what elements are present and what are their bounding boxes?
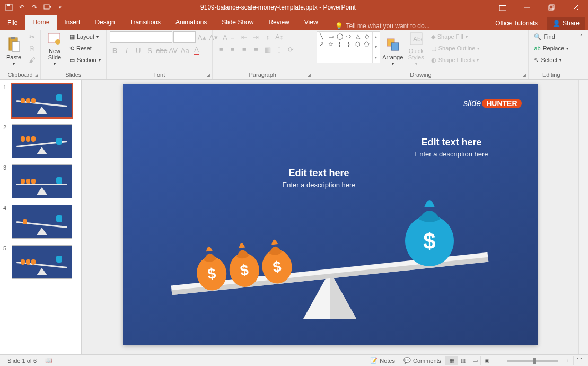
shape-line-icon[interactable]: ╲ — [318, 33, 326, 39]
tell-me-search[interactable]: 💡 Tell me what you want to do... — [326, 22, 490, 30]
decrease-indent-icon[interactable]: ⇤ — [239, 31, 250, 42]
paste-button[interactable]: Paste▾ — [3, 31, 24, 66]
zoom-out-icon[interactable]: − — [492, 355, 504, 367]
line-spacing-icon[interactable]: ↕ — [262, 31, 273, 42]
tab-design[interactable]: Design — [87, 15, 122, 30]
bold-icon[interactable]: B — [110, 45, 120, 56]
quick-styles-button[interactable]: Abc Quick Styles▾ — [406, 31, 427, 66]
format-painter-icon[interactable]: 🖌 — [27, 55, 37, 65]
shape-arrow-icon[interactable]: ⇨ — [345, 33, 353, 39]
sorter-view-icon[interactable]: ▥ — [457, 356, 469, 365]
normal-view-icon[interactable]: ▦ — [445, 356, 457, 365]
collapse-ribbon-icon[interactable]: ˄ — [576, 32, 586, 42]
shape-outline-button[interactable]: ▢Shape Outline ▾ — [429, 43, 482, 54]
gallery-scroll[interactable]: ▴▾▾ — [372, 32, 380, 63]
section-button[interactable]: ▭Section ▾ — [67, 55, 103, 65]
numbering-icon[interactable]: ≡ — [227, 31, 238, 42]
slide-thumbnail-1[interactable] — [12, 84, 72, 118]
new-slide-button[interactable]: New Slide▾ — [44, 31, 65, 66]
zoom-in-icon[interactable]: + — [561, 355, 573, 367]
font-dialog-launcher-icon[interactable]: ◢ — [206, 73, 210, 78]
restore-icon[interactable] — [539, 0, 564, 15]
slide-thumbnail-2[interactable] — [12, 124, 72, 158]
fit-to-window-icon[interactable]: ⛶ — [573, 356, 585, 365]
reset-button[interactable]: ⟲Reset — [67, 43, 103, 54]
shape-effects-button[interactable]: ◐Shape Effects ▾ — [429, 55, 482, 65]
office-tutorials-link[interactable]: Office Tutorials — [490, 18, 543, 29]
qat-customize-icon[interactable]: ▾ — [54, 2, 66, 13]
slideshow-view-icon[interactable]: ▣ — [480, 356, 492, 365]
slide-thumbnail-5[interactable] — [12, 245, 72, 279]
align-left-icon[interactable]: ≡ — [216, 44, 226, 55]
save-icon[interactable] — [3, 2, 15, 13]
change-case-icon[interactable]: Aa — [180, 45, 190, 56]
slide-thumbnails-panel[interactable]: 1 2 3 4 5 — [0, 80, 82, 354]
slide-counter[interactable]: Slide 1 of 6 — [3, 355, 41, 367]
font-family-combo[interactable] — [110, 31, 172, 43]
increase-indent-icon[interactable]: ⇥ — [251, 31, 261, 42]
redo-icon[interactable]: ↷ — [29, 2, 40, 13]
reading-view-icon[interactable]: ▭ — [469, 356, 480, 365]
shape-pentagon-icon[interactable]: ⬠ — [363, 41, 371, 47]
bullets-icon[interactable]: ≣ — [216, 31, 226, 42]
cut-icon[interactable]: ✂ — [27, 31, 37, 42]
start-from-beginning-icon[interactable] — [41, 2, 53, 13]
font-size-combo[interactable] — [173, 31, 196, 43]
align-text-icon[interactable]: ▯ — [274, 44, 285, 55]
minimize-icon[interactable] — [515, 0, 539, 15]
slide-canvas-area[interactable]: slide HUNTER Edit text here Enter a desc… — [82, 80, 578, 354]
slide-thumbnail-4[interactable] — [12, 205, 72, 239]
shape-callout-icon[interactable]: ◇ — [363, 33, 371, 39]
tab-transitions[interactable]: Transitions — [122, 15, 168, 30]
select-button[interactable]: ↖Select ▾ — [532, 55, 571, 65]
shape-fill-button[interactable]: ◆Shape Fill ▾ — [429, 31, 482, 42]
share-button[interactable]: 👤 Share — [547, 17, 585, 30]
shape-connector-icon[interactable]: ↗ — [318, 41, 326, 47]
strikethrough-icon[interactable]: abc — [156, 45, 167, 56]
justify-icon[interactable]: ≡ — [251, 44, 261, 55]
copy-icon[interactable]: ⎘ — [27, 43, 37, 54]
arrange-button[interactable]: Arrange▾ — [382, 31, 403, 66]
shape-oval-icon[interactable]: ◯ — [336, 33, 344, 39]
shape-rbrace-icon[interactable]: } — [345, 41, 353, 47]
zoom-slider[interactable] — [507, 360, 558, 362]
increase-font-icon[interactable]: A▴ — [197, 32, 207, 42]
clipboard-dialog-launcher-icon[interactable]: ◢ — [34, 73, 38, 78]
tab-home[interactable]: Home — [25, 15, 57, 30]
drawing-dialog-launcher-icon[interactable]: ◢ — [522, 73, 526, 78]
right-text-block[interactable]: Edit text here Enter a description here — [378, 137, 526, 158]
comments-button[interactable]: 💬 Comments — [399, 355, 445, 367]
shapes-gallery[interactable]: ╲ ▭ ◯ ⇨ △ ◇ ↗ ☆ { } ⬡ ⬠ ▴▾▾ — [317, 31, 380, 63]
layout-button[interactable]: ▦Layout ▾ — [67, 31, 103, 42]
underline-icon[interactable]: U — [133, 45, 144, 56]
align-center-icon[interactable]: ≡ — [227, 44, 238, 55]
tab-file[interactable]: File — [0, 16, 25, 30]
tab-review[interactable]: Review — [261, 15, 296, 30]
spellcheck-icon[interactable]: 📖 — [41, 355, 57, 367]
find-button[interactable]: 🔍Find — [532, 31, 571, 42]
tab-view[interactable]: View — [297, 15, 326, 30]
tab-slideshow[interactable]: Slide Show — [214, 15, 261, 30]
notes-button[interactable]: 📝 Notes — [366, 355, 399, 367]
shadow-icon[interactable]: S — [145, 45, 155, 56]
paragraph-dialog-launcher-icon[interactable]: ◢ — [307, 73, 311, 78]
italic-icon[interactable]: I — [121, 45, 132, 56]
tab-insert[interactable]: Insert — [57, 15, 87, 30]
ribbon-display-icon[interactable] — [490, 0, 515, 15]
slide-thumbnail-3[interactable] — [12, 164, 72, 198]
vertical-scrollbar[interactable] — [578, 80, 588, 354]
columns-icon[interactable]: ▥ — [262, 44, 273, 55]
shape-rect-icon[interactable]: ▭ — [327, 33, 335, 39]
shape-hexagon-icon[interactable]: ⬡ — [354, 41, 362, 47]
undo-icon[interactable]: ↶ — [16, 2, 28, 13]
smartart-icon[interactable]: ⟳ — [286, 44, 296, 55]
shape-lbrace-icon[interactable]: { — [336, 41, 344, 47]
tab-animations[interactable]: Animations — [168, 15, 214, 30]
close-icon[interactable] — [564, 0, 588, 15]
replace-button[interactable]: abReplace ▾ — [532, 43, 571, 54]
char-spacing-icon[interactable]: AV — [168, 45, 179, 56]
shape-star-icon[interactable]: ☆ — [327, 41, 335, 47]
align-right-icon[interactable]: ≡ — [239, 44, 250, 55]
shape-triangle-icon[interactable]: △ — [354, 33, 362, 39]
text-direction-icon[interactable]: A↕ — [274, 31, 285, 42]
